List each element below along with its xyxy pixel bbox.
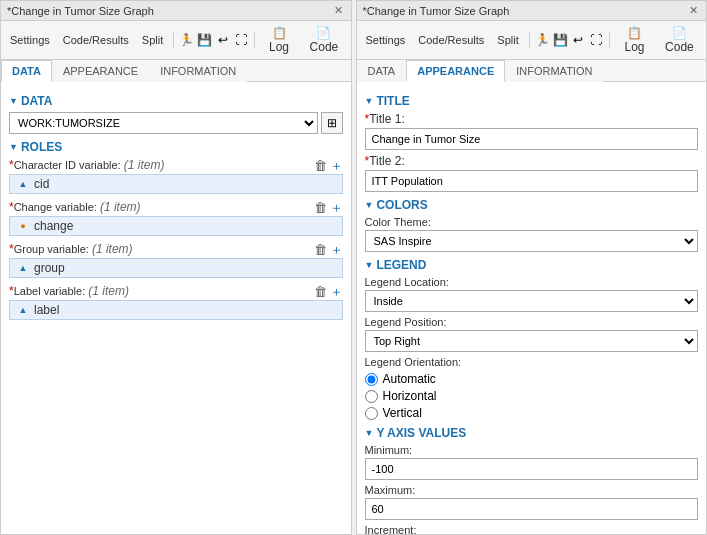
right-log-btn[interactable]: 📋 Log bbox=[615, 23, 654, 57]
title1-input[interactable] bbox=[365, 128, 699, 150]
title-section-header: TITLE bbox=[365, 94, 699, 108]
orientation-automatic-row: Automatic bbox=[365, 372, 699, 386]
role-label-delete-btn[interactable]: 🗑 bbox=[314, 285, 327, 298]
right-revert-icon[interactable]: ↩ bbox=[570, 32, 586, 48]
right-code-btn[interactable]: 📄 Code bbox=[657, 23, 702, 57]
colors-section-header: COLORS bbox=[365, 198, 699, 212]
orientation-vertical-radio[interactable] bbox=[365, 407, 378, 420]
expand-icon[interactable]: ⛶ bbox=[233, 32, 249, 48]
left-settings-btn[interactable]: Settings bbox=[5, 31, 55, 49]
role-char-id-item: ▲ cid bbox=[9, 174, 343, 194]
role-label-header: *Label variable: (1 item) 🗑 ＋ bbox=[9, 284, 343, 298]
color-theme-select[interactable]: SAS Inspire Analysis Statistical Default bbox=[365, 230, 699, 252]
orientation-horizontal-label: Horizontal bbox=[383, 389, 437, 403]
right-run-icon[interactable]: 🏃 bbox=[534, 32, 550, 48]
legend-position-row: Top Right Top Left Bottom Right Bottom L… bbox=[365, 330, 699, 352]
role-char-id-label: *Character ID variable: (1 item) bbox=[9, 158, 164, 172]
change-var-name: change bbox=[34, 219, 73, 233]
orientation-horizontal-radio[interactable] bbox=[365, 390, 378, 403]
legend-location-row: Inside Outside bbox=[365, 290, 699, 312]
maximum-label: Maximum: bbox=[365, 484, 699, 496]
role-char-id: *Character ID variable: (1 item) 🗑 ＋ ▲ c… bbox=[9, 158, 343, 194]
role-char-id-actions: 🗑 ＋ bbox=[314, 159, 343, 172]
left-toolbar: Settings Code/Results Split 🏃 💾 ↩ ⛶ 📋 Lo… bbox=[1, 21, 351, 60]
orientation-horizontal-row: Horizontal bbox=[365, 389, 699, 403]
left-tab-data[interactable]: DATA bbox=[1, 60, 52, 82]
roles-section-header: ROLES bbox=[9, 140, 343, 154]
right-panel-title: *Change in Tumor Size Graph bbox=[363, 5, 684, 17]
role-group-add-btn[interactable]: ＋ bbox=[330, 243, 343, 256]
data-section-header: DATA bbox=[9, 94, 343, 108]
right-log-icon: 📋 bbox=[627, 26, 642, 40]
left-title-bar: *Change in Tumor Size Graph ✕ bbox=[1, 1, 351, 21]
left-split-btn[interactable]: Split bbox=[137, 31, 168, 49]
role-label-actions: 🗑 ＋ bbox=[314, 285, 343, 298]
left-close-button[interactable]: ✕ bbox=[332, 4, 345, 17]
right-toolbar-icons: 🏃 💾 ↩ ⛶ bbox=[534, 32, 604, 48]
right-toolbar: Settings Code/Results Split 🏃 💾 ↩ ⛶ 📋 Lo… bbox=[357, 21, 707, 60]
group-var-icon: ▲ bbox=[16, 261, 30, 275]
role-char-id-delete-btn[interactable]: 🗑 bbox=[314, 159, 327, 172]
right-expand-icon[interactable]: ⛶ bbox=[588, 32, 604, 48]
code-icon: 📄 bbox=[316, 26, 331, 40]
right-toolbar-sep-1 bbox=[529, 32, 530, 48]
minimum-input[interactable] bbox=[365, 458, 699, 480]
right-tab-data[interactable]: DATA bbox=[357, 60, 407, 82]
run-icon[interactable]: 🏃 bbox=[179, 32, 195, 48]
label-var-icon: ▲ bbox=[16, 303, 30, 317]
role-group-label: *Group variable: (1 item) bbox=[9, 242, 133, 256]
right-code-results-btn[interactable]: Code/Results bbox=[413, 31, 489, 49]
dataset-browse-btn[interactable]: ⊞ bbox=[321, 112, 343, 134]
left-panel-content: DATA WORK:TUMORSIZE ⊞ ROLES *Character I… bbox=[1, 82, 351, 534]
left-tab-information[interactable]: INFORMATION bbox=[149, 60, 247, 82]
right-save-icon[interactable]: 💾 bbox=[552, 32, 568, 48]
right-tab-appearance[interactable]: APPEARANCE bbox=[406, 60, 505, 82]
right-panel: *Change in Tumor Size Graph ✕ Settings C… bbox=[356, 0, 708, 535]
left-code-results-btn[interactable]: Code/Results bbox=[58, 31, 134, 49]
title2-label: *Title 2: bbox=[365, 154, 699, 168]
legend-orientation-group: Automatic Horizontal Vertical bbox=[365, 372, 699, 420]
role-label-add-btn[interactable]: ＋ bbox=[330, 285, 343, 298]
right-split-btn[interactable]: Split bbox=[492, 31, 523, 49]
right-code-icon: 📄 bbox=[672, 26, 687, 40]
role-change-add-btn[interactable]: ＋ bbox=[330, 201, 343, 214]
left-tab-appearance[interactable]: APPEARANCE bbox=[52, 60, 149, 82]
label-var-name: label bbox=[34, 303, 59, 317]
role-label-item: ▲ label bbox=[9, 300, 343, 320]
role-change: *Change variable: (1 item) 🗑 ＋ ● change bbox=[9, 200, 343, 236]
increment-label: Increment: bbox=[365, 524, 699, 534]
left-log-btn[interactable]: 📋 Log bbox=[260, 23, 299, 57]
left-panel: *Change in Tumor Size Graph ✕ Settings C… bbox=[0, 0, 352, 535]
left-panel-title: *Change in Tumor Size Graph bbox=[7, 5, 328, 17]
right-toolbar-sep-2 bbox=[609, 32, 610, 48]
role-char-id-header: *Character ID variable: (1 item) 🗑 ＋ bbox=[9, 158, 343, 172]
role-change-label: *Change variable: (1 item) bbox=[9, 200, 141, 214]
log-icon: 📋 bbox=[272, 26, 287, 40]
color-theme-label: Color Theme: bbox=[365, 216, 699, 228]
minimum-label: Minimum: bbox=[365, 444, 699, 456]
right-close-button[interactable]: ✕ bbox=[687, 4, 700, 17]
toolbar-sep-1 bbox=[173, 32, 174, 48]
dataset-select[interactable]: WORK:TUMORSIZE bbox=[9, 112, 318, 134]
legend-location-label: Legend Location: bbox=[365, 276, 699, 288]
left-code-btn[interactable]: 📄 Code bbox=[301, 23, 346, 57]
role-change-actions: 🗑 ＋ bbox=[314, 201, 343, 214]
left-tabs: DATA APPEARANCE INFORMATION bbox=[1, 60, 351, 82]
title2-input[interactable] bbox=[365, 170, 699, 192]
role-change-delete-btn[interactable]: 🗑 bbox=[314, 201, 327, 214]
right-tab-information[interactable]: INFORMATION bbox=[505, 60, 603, 82]
role-label: *Label variable: (1 item) 🗑 ＋ ▲ label bbox=[9, 284, 343, 320]
role-group-delete-btn[interactable]: 🗑 bbox=[314, 243, 327, 256]
legend-location-select[interactable]: Inside Outside bbox=[365, 290, 699, 312]
dataset-row: WORK:TUMORSIZE ⊞ bbox=[9, 112, 343, 134]
maximum-input[interactable] bbox=[365, 498, 699, 520]
role-char-id-add-btn[interactable]: ＋ bbox=[330, 159, 343, 172]
right-settings-btn[interactable]: Settings bbox=[361, 31, 411, 49]
orientation-automatic-radio[interactable] bbox=[365, 373, 378, 386]
save-icon[interactable]: 💾 bbox=[197, 32, 213, 48]
role-group: *Group variable: (1 item) 🗑 ＋ ▲ group bbox=[9, 242, 343, 278]
legend-position-label: Legend Position: bbox=[365, 316, 699, 328]
legend-position-select[interactable]: Top Right Top Left Bottom Right Bottom L… bbox=[365, 330, 699, 352]
revert-icon[interactable]: ↩ bbox=[215, 32, 231, 48]
role-change-header: *Change variable: (1 item) 🗑 ＋ bbox=[9, 200, 343, 214]
